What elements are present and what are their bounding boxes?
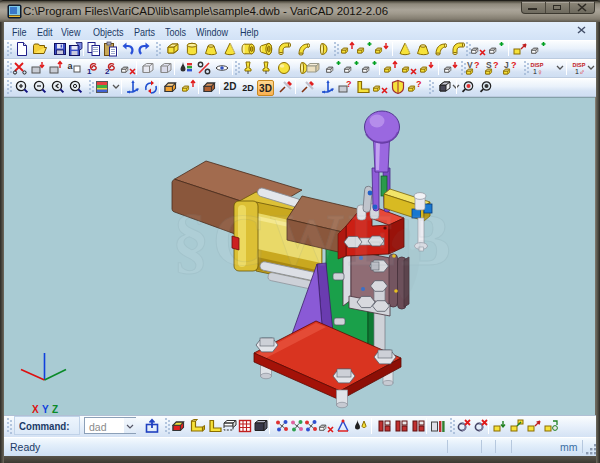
svg-text:?: ? bbox=[416, 79, 422, 89]
svg-text:a: a bbox=[68, 61, 74, 71]
svg-text:?: ? bbox=[474, 60, 480, 70]
svg-text:♀: ♀ bbox=[537, 68, 543, 77]
svg-text:Z: Z bbox=[52, 404, 58, 415]
svg-text:1: 1 bbox=[87, 67, 92, 76]
svg-text:?: ? bbox=[346, 79, 352, 89]
svg-text:Y: Y bbox=[42, 404, 49, 415]
svg-text:?: ? bbox=[511, 60, 517, 70]
svg-text:J: J bbox=[504, 60, 509, 70]
svg-text:X: X bbox=[32, 404, 39, 415]
svg-text:♂: ♂ bbox=[579, 68, 585, 77]
svg-text:2D: 2D bbox=[242, 83, 254, 93]
svg-text:2: 2 bbox=[105, 67, 110, 76]
svg-text:?: ? bbox=[493, 60, 499, 70]
svg-text:S: S bbox=[486, 60, 492, 70]
